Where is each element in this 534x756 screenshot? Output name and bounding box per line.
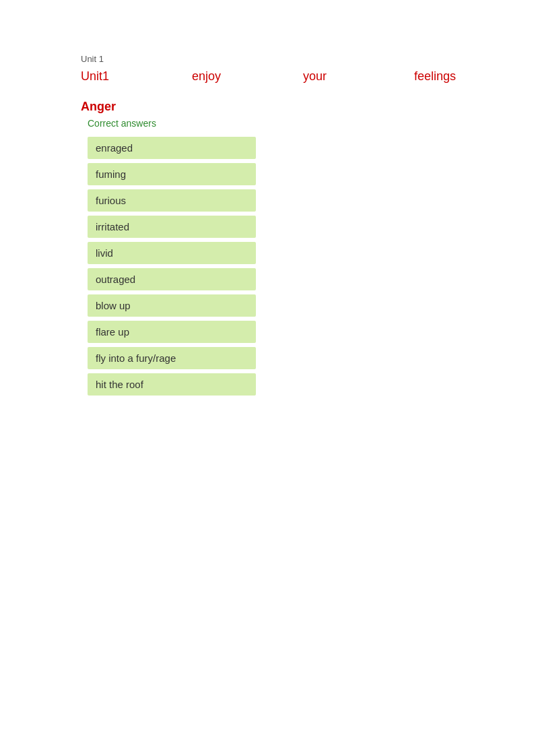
answer-blow-up: blow up — [88, 294, 256, 317]
correct-answers-label: Correct answers — [81, 118, 453, 129]
answer-furious: furious — [88, 189, 256, 212]
nav-item-your[interactable]: your — [303, 69, 414, 84]
answer-livid: livid — [88, 242, 256, 264]
answer-fuming: fuming — [88, 163, 256, 185]
answer-outraged: outraged — [88, 268, 256, 290]
nav-item-unit1[interactable]: Unit1 — [81, 69, 192, 84]
page-container: Unit 1 Unit1 enjoy your feelings Anger C… — [0, 0, 534, 422]
answer-hit-the-roof: hit the roof — [88, 373, 256, 396]
unit-label: Unit 1 — [81, 54, 453, 64]
nav-row: Unit1 enjoy your feelings — [81, 69, 453, 84]
answer-irritated: irritated — [88, 216, 256, 238]
answer-enraged: enraged — [88, 137, 256, 159]
answer-flare-up: flare up — [88, 321, 256, 343]
nav-item-feelings[interactable]: feelings — [414, 69, 525, 84]
section-title: Anger — [81, 100, 453, 114]
nav-item-enjoy[interactable]: enjoy — [192, 69, 303, 84]
answers-list: enraged fuming furious irritated livid o… — [81, 137, 453, 396]
answer-fly-into-fury: fly into a fury/rage — [88, 347, 256, 369]
